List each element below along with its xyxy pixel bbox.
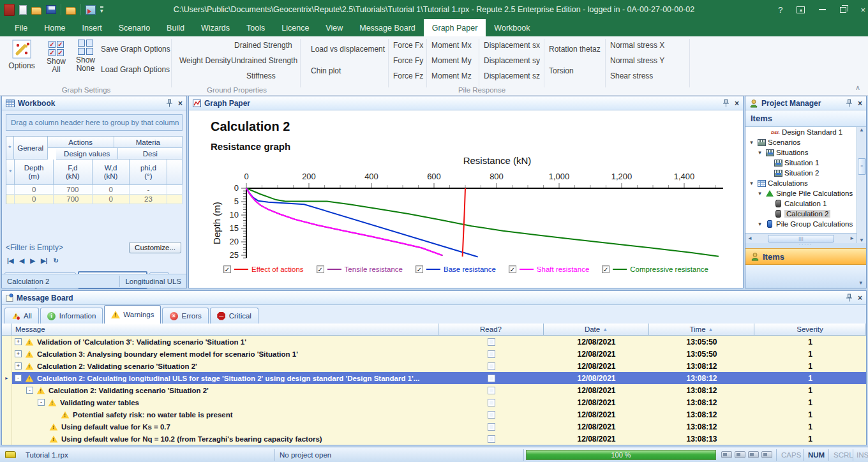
tree-collapse-icon[interactable]: ▾	[756, 221, 763, 227]
force-fy-button[interactable]: Force Fy	[393, 56, 423, 65]
tree-item-calculations[interactable]: ▾ Calculations	[745, 178, 857, 188]
read-checkbox[interactable]	[488, 399, 495, 406]
header-severity[interactable]: Severity	[754, 324, 866, 336]
pin-icon[interactable]	[846, 294, 853, 302]
scrollbar-thumb[interactable]: ≡	[858, 158, 866, 175]
tree-item-calculation-2[interactable]: Calculation 2	[745, 209, 857, 219]
customize-button[interactable]: Customize...	[129, 242, 181, 253]
tree-vertical-scrollbar[interactable]: ▲ ≡ ▼	[857, 127, 866, 243]
show-none-button[interactable]: ShowNone	[71, 40, 100, 73]
app-icon[interactable]	[4, 4, 15, 16]
tree-item-pile-group-calculations[interactable]: ▾ Pile Group Calculations	[745, 219, 857, 229]
drained-strength-button[interactable]: Drained Strength	[234, 41, 292, 50]
tree-collapse-icon[interactable]: ▾	[756, 190, 763, 197]
shear-stress-button[interactable]: Shear stress	[610, 71, 653, 80]
cell-depth[interactable]: 0	[15, 185, 54, 195]
read-checkbox[interactable]	[488, 362, 495, 370]
collapse-icon[interactable]: -	[38, 399, 45, 406]
new-document-icon[interactable]	[19, 5, 27, 15]
legend-checkbox[interactable]	[317, 265, 324, 273]
cell-wd[interactable]: 0	[93, 195, 130, 204]
column-header-phid[interactable]: phi,d(°)	[130, 160, 167, 185]
collapse-icon[interactable]: -	[26, 387, 33, 394]
read-checkbox[interactable]	[488, 338, 495, 346]
scroll-up-icon[interactable]: ▲	[859, 127, 864, 133]
expand-icon[interactable]: +	[15, 350, 22, 357]
tab-message-board[interactable]: Message Board	[351, 19, 424, 36]
open-project-icon[interactable]	[66, 7, 76, 15]
message-row[interactable]: Using default value for Nq = 10.2 (from …	[2, 433, 866, 445]
chin-plot-button[interactable]: Chin plot	[311, 66, 341, 75]
scroll-down-icon[interactable]: ▼	[859, 237, 864, 243]
torsion-button[interactable]: Torsion	[549, 66, 574, 75]
tree-collapse-icon[interactable]: ▾	[748, 139, 755, 145]
open-file-icon[interactable]	[31, 7, 41, 15]
tree-item-situations[interactable]: ▾ Situations	[745, 147, 857, 158]
cell-fd[interactable]: 700	[54, 195, 93, 204]
read-checkbox[interactable]	[488, 423, 495, 431]
tab-insert[interactable]: Insert	[74, 19, 110, 36]
message-row[interactable]: +Validation of 'Calculation 3': Validati…	[2, 336, 866, 348]
close-panel-icon[interactable]: ×	[858, 294, 862, 302]
column-header-fd[interactable]: F,d(kN)	[54, 160, 93, 185]
read-checkbox[interactable]	[488, 375, 495, 382]
legend-checkbox[interactable]	[223, 265, 231, 273]
save-icon[interactable]	[46, 5, 56, 14]
collapse-ribbon-icon[interactable]: ∧	[855, 84, 860, 92]
ribbon-display-options-icon[interactable]: ▴	[797, 6, 805, 13]
tree-item-design-standard-1[interactable]: bsi. Design Standard 1	[745, 127, 857, 137]
tree-collapse-icon[interactable]: ▾	[748, 180, 755, 186]
tree-item-situation-2[interactable]: Situation 2	[745, 168, 857, 178]
expand-icon[interactable]: +	[15, 362, 22, 369]
displacement-sy-button[interactable]: Displacement sy	[484, 56, 540, 65]
weight-density-button[interactable]: Weight Density	[179, 56, 230, 65]
scrollbar-thumb[interactable]: ||||	[768, 235, 834, 242]
message-row[interactable]: +Calculation 3: Analysing boundary eleme…	[2, 348, 866, 360]
options-button[interactable]: Options	[4, 40, 40, 70]
nav-prev-icon[interactable]: ◀	[20, 257, 25, 264]
close-panel-icon[interactable]: ×	[178, 99, 183, 108]
column-header-extra[interactable]	[167, 160, 183, 185]
moment-mx-button[interactable]: Moment Mx	[431, 41, 472, 50]
header-date[interactable]: Date▲	[544, 324, 649, 336]
minimize-button[interactable]	[819, 9, 826, 10]
column-header-wd[interactable]: W,d(kN)	[93, 160, 130, 185]
moment-mz-button[interactable]: Moment Mz	[431, 71, 472, 80]
column-band-general[interactable]: General	[14, 137, 48, 160]
window-layout-icon[interactable]	[761, 451, 772, 458]
expand-icon[interactable]: +	[15, 338, 22, 345]
read-checkbox[interactable]	[488, 435, 495, 443]
close-panel-icon[interactable]: ×	[858, 99, 862, 108]
force-fx-button[interactable]: Force Fx	[393, 41, 423, 50]
legend-checkbox[interactable]	[509, 265, 516, 273]
window-layout-icon[interactable]	[748, 451, 759, 458]
load-vs-displacement-button[interactable]: Load vs displacement	[311, 45, 385, 54]
read-checkbox[interactable]	[488, 387, 495, 394]
header-message[interactable]: Message	[12, 324, 438, 336]
save-graph-options-button[interactable]: Save Graph Options	[101, 45, 170, 54]
items-dropdown-icon[interactable]: ▾	[859, 279, 862, 286]
tab-view[interactable]: View	[317, 19, 351, 36]
window-layout-icon[interactable]	[735, 451, 745, 458]
tab-licence[interactable]: Licence	[273, 19, 317, 36]
scroll-right-icon[interactable]: ►	[849, 235, 855, 241]
stiffness-button[interactable]: Stiffness	[246, 71, 276, 80]
read-checkbox[interactable]	[488, 350, 495, 358]
tab-warnings[interactable]: Warnings	[104, 305, 161, 324]
restore-button[interactable]	[840, 7, 846, 13]
message-row[interactable]: +Calculation 2: Validating scenario 'Sit…	[2, 360, 866, 372]
show-all-button[interactable]: ✓✓✓✓ ShowAll	[42, 40, 70, 74]
normal-stress-y-button[interactable]: Normal stress Y	[610, 56, 664, 65]
logout-icon[interactable]	[86, 5, 96, 15]
tree-collapse-icon[interactable]: ▾	[756, 149, 763, 156]
table-row[interactable]: 0 700 0 23	[6, 195, 183, 204]
tree-horizontal-scrollbar[interactable]: ◄ |||| ►	[745, 233, 857, 243]
message-row[interactable]: Using default value for Ks = 0.7 12/08/2…	[2, 421, 866, 433]
tab-wizards[interactable]: Wizards	[193, 19, 238, 36]
nav-last-icon[interactable]: ▶|	[41, 257, 48, 264]
header-time[interactable]: Time▲	[649, 324, 754, 336]
moment-my-button[interactable]: Moment My	[431, 56, 472, 65]
window-layout-icon[interactable]	[721, 451, 732, 458]
tab-graph-paper[interactable]: Graph Paper	[424, 19, 486, 36]
displacement-sz-button[interactable]: Displacement sz	[484, 71, 540, 80]
